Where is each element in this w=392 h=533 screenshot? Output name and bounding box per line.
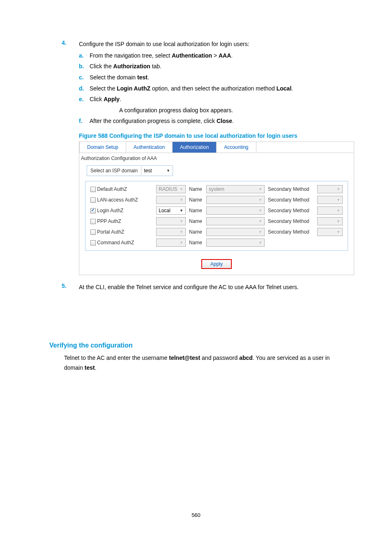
authz-grid: Default AuthZRADIUS▼Namesystem▼Secondary… (85, 181, 348, 251)
secondary-method-select: ▼ (317, 206, 343, 215)
chevron-down-icon: ▼ (258, 187, 262, 191)
substep-d: d. Select the Login AuthZ option, and th… (79, 83, 349, 94)
isp-domain-select[interactable]: Select an ISP domain test ▼ (87, 165, 173, 176)
row-checkbox[interactable] (90, 219, 96, 224)
name-select: ▼ (206, 228, 265, 236)
secondary-method-select: ▼ (317, 228, 343, 236)
name-select: ▼ (206, 239, 265, 247)
name-select: system▼ (206, 185, 265, 193)
authz-row: Login AuthZLocal▼Name▼Secondary Method▼ (89, 205, 344, 216)
name-column-label: Name (187, 227, 205, 237)
authz-row: Command AuthZ▼Name▼ (89, 237, 344, 248)
method-select[interactable]: Local▼ (156, 206, 186, 215)
substep-c: c. Select the domain test. (79, 72, 349, 83)
name-select: ▼ (206, 206, 265, 215)
substep-e-note: A configuration progress dialog box appe… (119, 105, 349, 116)
chevron-down-icon: ▼ (166, 169, 170, 173)
secondary-method-select: ▼ (317, 196, 343, 204)
tab-accounting[interactable]: Accounting (217, 141, 256, 153)
name-column-label: Name (187, 216, 205, 227)
tab-domain-setup[interactable]: Domain Setup (79, 141, 126, 153)
screenshot-panel: Domain Setup Authentication Authorizatio… (79, 141, 354, 275)
apply-button[interactable]: Apply (201, 259, 232, 269)
chevron-down-icon: ▼ (180, 187, 183, 191)
row-checkbox[interactable] (90, 229, 96, 235)
chevron-down-icon: ▼ (258, 241, 262, 245)
name-column-label: Name (187, 205, 205, 216)
authz-row: Portal AuthZ▼Name▼Secondary Method▼ (89, 227, 344, 237)
chevron-down-icon: ▼ (180, 241, 183, 245)
secondary-method-select: ▼ (317, 217, 343, 225)
name-select: ▼ (206, 217, 265, 225)
chevron-down-icon: ▼ (258, 209, 262, 213)
chevron-down-icon: ▼ (337, 187, 340, 191)
figure-caption: Figure 588 Configuring the ISP domain to… (79, 132, 349, 139)
step-5-text: At the CLI, enable the Telnet service an… (79, 283, 349, 292)
row-checkbox[interactable] (90, 208, 96, 213)
chevron-down-icon: ▼ (180, 219, 183, 223)
substep-a: a. From the navigation tree, select Auth… (79, 50, 349, 61)
method-select: ▼ (156, 217, 186, 225)
chevron-down-icon: ▼ (258, 230, 262, 234)
row-label: Portal AuthZ (96, 229, 124, 235)
name-column-label: Name (187, 195, 205, 205)
row-checkbox[interactable] (90, 197, 96, 203)
isp-domain-value: test (144, 168, 152, 174)
secondary-column-label: Secondary Method (266, 184, 316, 195)
secondary-column-label (266, 237, 316, 248)
tab-bar: Domain Setup Authentication Authorizatio… (79, 141, 354, 153)
chevron-down-icon: ▼ (180, 209, 183, 213)
secondary-column-label: Secondary Method (266, 195, 316, 205)
row-label: Command AuthZ (96, 240, 134, 246)
step-5-number: 5. (62, 283, 79, 289)
step-4-substeps: a. From the navigation tree, select Auth… (79, 50, 349, 127)
method-select: ▼ (156, 239, 186, 247)
authz-row: LAN-access AuthZ▼Name▼Secondary Method▼ (89, 195, 344, 205)
tab-authentication[interactable]: Authentication (126, 141, 173, 153)
substep-f: f. After the configuration progress is c… (79, 116, 349, 127)
step-4-number: 4. (62, 39, 79, 46)
chevron-down-icon: ▼ (180, 198, 183, 202)
authz-row: Default AuthZRADIUS▼Namesystem▼Secondary… (89, 184, 344, 195)
section-label: Authorization Configuration of AAA (79, 153, 354, 162)
method-select: ▼ (156, 228, 186, 236)
row-label: LAN-access AuthZ (96, 197, 138, 203)
chevron-down-icon: ▼ (337, 219, 340, 223)
chevron-down-icon: ▼ (337, 209, 340, 213)
name-column-label: Name (187, 237, 205, 248)
step-4-intro: Configure the ISP domain to use local au… (79, 39, 349, 49)
name-select: ▼ (206, 196, 265, 204)
secondary-column-label: Secondary Method (266, 205, 316, 216)
row-label: Login AuthZ (96, 208, 123, 213)
substep-e: e. Click Apply. (79, 94, 349, 105)
method-select: ▼ (156, 196, 186, 204)
name-column-label: Name (187, 184, 205, 195)
verifying-heading: Verifying the configuration (49, 342, 349, 349)
row-label: PPP AuthZ (96, 218, 121, 224)
step-5: 5. At the CLI, enable the Telnet service… (62, 283, 349, 292)
substep-b: b. Click the Authorization tab. (79, 61, 349, 72)
secondary-column-label: Secondary Method (266, 216, 316, 227)
step-4: 4. Configure the ISP domain to use local… (62, 39, 349, 49)
row-label: Default AuthZ (96, 186, 127, 192)
verifying-paragraph: Telnet to the AC and enter the username … (64, 353, 349, 373)
secondary-method-select: ▼ (317, 185, 343, 193)
authz-row: PPP AuthZ▼Name▼Secondary Method▼ (89, 216, 344, 227)
chevron-down-icon: ▼ (337, 230, 340, 234)
secondary-column-label: Secondary Method (266, 227, 316, 237)
chevron-down-icon: ▼ (258, 219, 262, 223)
isp-domain-label: Select an ISP domain (87, 168, 141, 174)
page-number: 560 (0, 512, 392, 518)
chevron-down-icon: ▼ (258, 198, 262, 202)
method-select: RADIUS▼ (156, 185, 186, 193)
chevron-down-icon: ▼ (337, 198, 340, 202)
tab-authorization[interactable]: Authorization (173, 141, 217, 153)
row-checkbox[interactable] (90, 187, 96, 192)
row-checkbox[interactable] (90, 240, 96, 246)
chevron-down-icon: ▼ (180, 230, 183, 234)
